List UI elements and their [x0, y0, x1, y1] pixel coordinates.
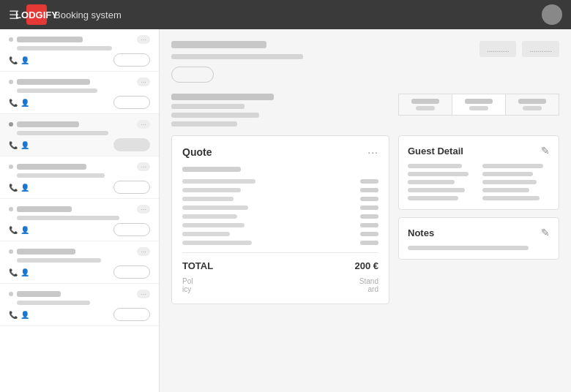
header-action-btn[interactable] [171, 67, 214, 83]
sb-status-btn[interactable] [113, 53, 150, 67]
page-subtitle-bar [171, 54, 303, 59]
phone-icon: 📞 [9, 226, 18, 234]
quote-row [182, 197, 378, 201]
quote-divider [182, 252, 378, 253]
right-btn-1[interactable]: ........... [479, 41, 517, 57]
quote-card: Quote ··· [171, 135, 389, 304]
sb-badge: ··· [137, 162, 150, 171]
phone-icon: 📞 [9, 99, 18, 107]
quote-row [182, 188, 378, 192]
sb-status-btn[interactable] [113, 265, 150, 279]
main-header: ........... ........... [171, 41, 559, 85]
two-col-section: Quote ··· [171, 135, 559, 304]
footer-left: Pol icy [182, 277, 193, 293]
notes-header: Notes ✎ [408, 227, 550, 238]
user-icon: 👤 [20, 141, 29, 149]
topnav: ☰ LODGIFY Booking system [0, 0, 571, 29]
list-item[interactable]: ··· 📞 👤 [0, 199, 159, 241]
user-icon: 👤 [20, 311, 29, 319]
sidebar: ··· 📞 👤 ··· [0, 29, 160, 392]
quote-menu-btn[interactable]: ··· [367, 146, 378, 158]
notes-title: Notes [408, 227, 434, 238]
sb-status-btn[interactable] [113, 223, 150, 236]
app-title: Booking system [54, 10, 122, 20]
logo: LODGIFY [26, 4, 47, 25]
main-content: ........... ........... [160, 29, 571, 392]
total-label: TOTAL [182, 260, 213, 271]
quote-row [182, 232, 378, 236]
sb-badge: ··· [137, 205, 150, 214]
list-item[interactable]: ··· 📞 👤 [0, 157, 159, 199]
notes-content-line [408, 246, 529, 250]
sb-status-btn[interactable] [113, 181, 150, 194]
sb-badge: ··· [137, 35, 150, 44]
quote-row [182, 214, 378, 219]
quote-row [182, 179, 378, 184]
user-icon: 👤 [20, 184, 29, 192]
user-icon: 👤 [20, 226, 29, 234]
tab-3[interactable] [505, 94, 559, 116]
tab-1[interactable] [398, 94, 452, 116]
list-item[interactable]: ··· 📞 👤 [0, 29, 159, 72]
footer-right: Stand ard [359, 277, 378, 293]
user-icon: 👤 [20, 99, 29, 107]
phone-icon: 📞 [9, 184, 18, 192]
info-right [398, 94, 559, 127]
sb-badge: ··· [137, 290, 150, 298]
quote-card-header: Quote ··· [182, 146, 378, 158]
sb-status-btn[interactable] [113, 96, 150, 109]
guest-detail-col-left [408, 164, 475, 200]
sb-badge: ··· [137, 247, 150, 256]
page-title-bar [171, 41, 266, 48]
layout: ··· 📞 👤 ··· [0, 29, 571, 392]
guest-detail-edit-btn[interactable]: ✎ [541, 145, 550, 157]
header-right: ........... ........... [479, 41, 559, 57]
quote-label [182, 167, 241, 172]
guest-detail-title: Guest Detail [408, 146, 463, 157]
notes-card: Notes ✎ [398, 217, 559, 260]
phone-icon: 📞 [9, 311, 18, 319]
sb-badge: ··· [137, 78, 150, 86]
list-item[interactable]: ··· 📞 👤 [0, 284, 159, 326]
quote-row [182, 223, 378, 227]
avatar[interactable] [542, 4, 562, 25]
user-icon: 👤 [20, 268, 29, 276]
quote-row [182, 241, 378, 245]
phone-icon: 📞 [9, 56, 18, 64]
quote-row [182, 206, 378, 210]
list-item[interactable]: ··· 📞 👤 [0, 114, 159, 157]
user-icon: 👤 [20, 56, 29, 64]
guest-detail-col-right [482, 164, 550, 200]
phone-icon: 📞 [9, 268, 18, 276]
info-block [171, 94, 559, 127]
sb-badge: ··· [137, 120, 150, 129]
guest-detail-card: Guest Detail ✎ [398, 135, 559, 210]
tabs [398, 94, 559, 116]
list-item[interactable]: ··· 📞 👤 [0, 241, 159, 284]
quote-footer: Pol icy Stand ard [182, 277, 378, 293]
sb-status-btn[interactable] [113, 308, 150, 321]
tab-2[interactable] [452, 94, 505, 116]
header-left [171, 41, 303, 85]
quote-total: TOTAL 200 € [182, 260, 378, 271]
sb-status-btn[interactable] [113, 138, 150, 151]
info-left [171, 94, 389, 127]
guest-detail-header: Guest Detail ✎ [408, 145, 550, 157]
right-column: Guest Detail ✎ [398, 135, 559, 304]
quote-section: Quote ··· [171, 135, 389, 304]
right-btn-2[interactable]: ........... [522, 41, 559, 57]
phone-icon: 📞 [9, 141, 18, 149]
notes-edit-btn[interactable]: ✎ [541, 227, 550, 238]
list-item[interactable]: ··· 📞 👤 [0, 72, 159, 114]
guest-detail-body [408, 164, 550, 200]
quote-title: Quote [182, 146, 212, 158]
total-value: 200 € [354, 260, 378, 271]
